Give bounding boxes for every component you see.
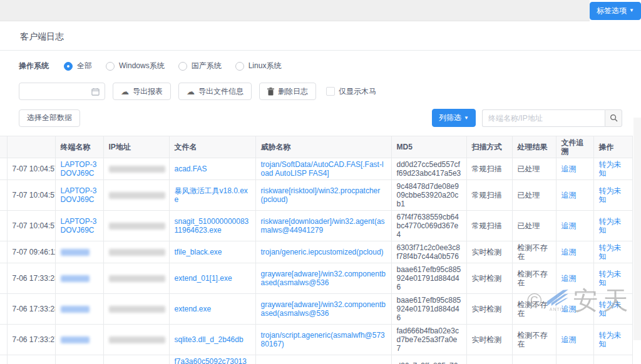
radio-label: 全部 (77, 61, 92, 71)
trace-link[interactable]: 追溯 (562, 221, 577, 230)
threat-link[interactable]: riskware[downloader]/win32.agent(asmalws… (261, 217, 385, 235)
page-title: 客户端日志 (19, 21, 622, 50)
row-time: 7-07 10:04:57 (7, 211, 55, 241)
column-filter-button[interactable]: 列筛选 ▼ (432, 109, 476, 127)
search-button[interactable] (605, 109, 622, 127)
date-range-input[interactable] (19, 83, 105, 100)
row-filename: sqlite3.dll_d_2b46db (169, 325, 255, 355)
mark-unknown-link[interactable]: 转为未知 (599, 217, 622, 235)
redacted-ip-block (109, 336, 165, 343)
log-row-7: 7-06 17:33:27sqlite3.dll_d_2b46dbtrojan/… (0, 325, 632, 355)
row-threat: riskware[risktool]/win32.procpatcher(pcl… (255, 180, 391, 211)
threat-link[interactable]: trojan/script.ageneric(asmalwfh@57380167… (261, 331, 385, 348)
row-md5: 6303f71c2c0ee3c8f78f4b7c44a0b576 (391, 241, 466, 263)
redacted-ip-block (109, 249, 165, 256)
threat-link[interactable]: trojan/generic.iepcustomized(pcloud) (261, 248, 384, 256)
only-trojan-label: 仅显示木马 (339, 86, 376, 97)
header-gutter (0, 136, 7, 158)
log-row-2: 7-07 10:04:57LAPTOP-3DOVJ69C暴风激活工具v18.0.… (0, 180, 632, 211)
row-filename: snagit_51000000008311964623.exe (169, 211, 255, 241)
log-row-1: 7-07 10:04:57LAPTOP-3DOVJ69Cacad.FAStroj… (0, 158, 632, 180)
divider (0, 50, 641, 51)
search-area: 列筛选 ▼ (432, 109, 622, 127)
terminal-link[interactable]: LAPTOP-3DOVJ69C (61, 217, 97, 235)
row-md5: 9c48478d7de08e909cbbe53920a20cb1 (391, 180, 466, 211)
log-row-8: 7-06 17:01:58f7a3a60c5092c73013964f2fd51… (0, 355, 632, 364)
row-filename: f7a3a60c5092c73013964f2fd519afdb8fe353f0… (169, 355, 255, 364)
row-md5: 67f4f7638559cb64bc4770c069d367e4 (391, 211, 466, 241)
filename-link[interactable]: sqlite3.dll_d_2b46db (175, 335, 244, 344)
filename-link[interactable]: tfile_black.exe (175, 248, 222, 256)
redacted-ip-block (109, 306, 165, 313)
header-scan-method: 扫描方式 (466, 136, 512, 158)
threat-link[interactable]: grayware[adware]/win32.componentbased(as… (261, 270, 386, 287)
trace-link[interactable]: 追溯 (562, 164, 577, 173)
topbar-right-area: 标签选项 ▼ (590, 0, 641, 21)
row-result: 已处理 (512, 211, 556, 241)
row-threat: trojan/generic.iepcustomized(pcloud) (255, 241, 391, 263)
row-gutter-cell (0, 158, 7, 180)
table-header-row: 终端名称 IP地址 文件名 威胁名称 MD5 扫描方式 处理结果 文件追溯 操作 (0, 136, 632, 158)
radio-dot-icon (178, 62, 187, 71)
row-ip (103, 263, 169, 294)
export-report-button[interactable]: ☁ 导出报表 (113, 83, 171, 100)
filename-link[interactable]: f7a3a60c5092c73013964f2fd519afdb8fe353f0… (175, 357, 250, 364)
row-gutter-cell (0, 355, 7, 364)
redacted-terminal-block (61, 249, 90, 256)
radio-os-windows[interactable]: Windows系统 (106, 61, 165, 71)
search-icon (610, 114, 618, 122)
mark-unknown-link[interactable]: 转为未知 (599, 300, 622, 318)
os-filter-row: 操作系统 全部 Windows系统 国产系统 Linux系统 (19, 61, 622, 71)
terminal-link[interactable]: LAPTOP-3DOVJ69C (61, 186, 97, 204)
mark-unknown-link[interactable]: 转为未知 (599, 160, 622, 178)
redacted-ip-block (109, 223, 165, 230)
radio-label: Linux系统 (249, 61, 282, 71)
trace-link[interactable]: 追溯 (562, 274, 577, 283)
trace-link[interactable]: 追溯 (562, 248, 577, 256)
filename-link[interactable]: snagit_51000000008311964623.exe (175, 217, 249, 235)
row-terminal: LAPTOP-3DOVJ69C (55, 180, 103, 211)
header-md5: MD5 (391, 136, 466, 158)
filename-link[interactable]: extend.exe (175, 305, 212, 313)
row-result: 检测不存在 (512, 241, 556, 263)
mark-unknown-link[interactable]: 转为未知 (599, 331, 622, 348)
radio-os-all[interactable]: 全部 (64, 61, 92, 71)
filename-link[interactable]: acad.FAS (175, 164, 207, 173)
top-bar: 标签选项 ▼ (0, 0, 641, 21)
delete-logs-button[interactable]: 删除日志 (259, 83, 316, 100)
trace-link[interactable]: 追溯 (562, 335, 577, 344)
trace-link[interactable]: 追溯 (562, 191, 577, 200)
radio-os-linux[interactable]: Linux系统 (235, 61, 282, 71)
header-time (7, 136, 55, 158)
mark-unknown-link[interactable]: 转为未知 (599, 243, 622, 261)
row-operation: 转为未知 (593, 294, 632, 325)
filename-link[interactable]: extend_01[1].exe (175, 274, 232, 283)
tag-options-button[interactable]: 标签选项 ▼ (590, 2, 641, 20)
threat-link[interactable]: trojan/SoftData/AutoCAD.FAS[.Fast-load A… (261, 160, 384, 178)
select-all-data-button[interactable]: 选择全部数据 (19, 109, 80, 127)
trace-link[interactable]: 追溯 (562, 305, 577, 313)
row-time: 7-06 17:33:28 (7, 294, 55, 325)
chevron-down-icon: ▼ (629, 8, 634, 13)
row-terminal (55, 263, 103, 294)
row-operation: 转为未知 (593, 241, 632, 263)
row-md5: d36c7c3ffe895c76e051757890619658 (391, 355, 466, 364)
mark-unknown-link[interactable]: 转为未知 (599, 270, 622, 287)
radio-os-domestic[interactable]: 国产系统 (178, 61, 222, 71)
mark-unknown-link[interactable]: 转为未知 (599, 186, 622, 204)
vertical-scrollbar-track[interactable] (633, 118, 641, 340)
trash-icon (267, 88, 274, 96)
filename-link[interactable]: 暴风激活工具v18.0.exe (175, 186, 248, 204)
log-row-6: 7-06 17:33:28extend.exegrayware[adware]/… (0, 294, 632, 325)
terminal-link[interactable]: LAPTOP-3DOVJ69C (61, 160, 97, 178)
tag-options-label: 标签选项 (597, 6, 627, 16)
toolbar-row: ☁ 导出报表 ☁ 导出文件信息 删除日志 仅显示木马 (19, 83, 622, 100)
header-terminal: 终端名称 (55, 136, 103, 158)
search-input[interactable] (482, 109, 605, 127)
only-trojan-checkbox[interactable]: 仅显示木马 (326, 86, 376, 97)
threat-link[interactable]: grayware[adware]/win32.componentbased(as… (261, 300, 386, 318)
row-file-trace: 追溯 (556, 211, 593, 241)
header-operation: 操作 (593, 136, 632, 158)
threat-link[interactable]: riskware[risktool]/win32.procpatcher(pcl… (261, 186, 381, 204)
export-file-info-button[interactable]: ☁ 导出文件信息 (178, 83, 252, 100)
